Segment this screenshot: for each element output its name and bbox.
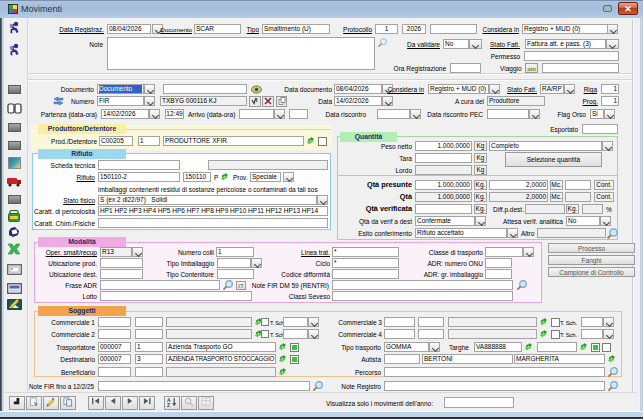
svg-text:Z: Z xyxy=(167,402,170,407)
